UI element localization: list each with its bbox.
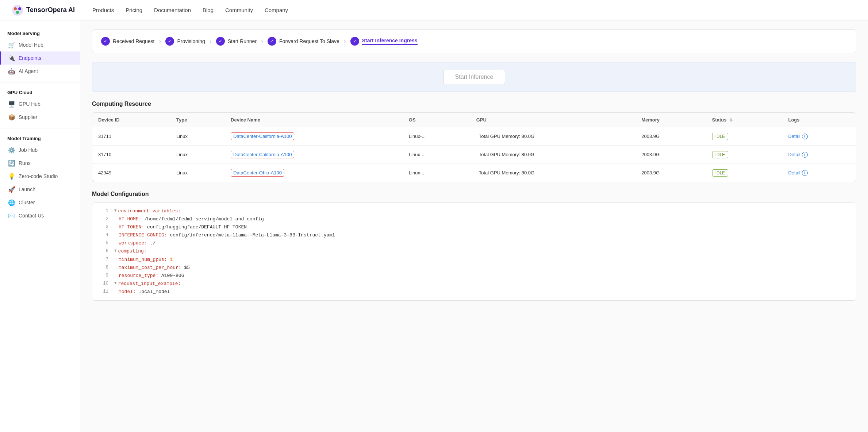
start-inference-button[interactable]: Start Inference <box>443 70 506 84</box>
device-name-link-1[interactable]: DataCenter-California-A100 <box>231 151 294 158</box>
code-line-7: 7 minimum_num_gpus: 1 <box>92 256 856 264</box>
cell-status-2: IDLE <box>706 164 783 182</box>
code-line-3: 3 HF_TOKEN: config/huggingface/DEFAULT_H… <box>92 223 856 231</box>
nav-pricing[interactable]: Pricing <box>126 5 142 15</box>
code-content-6: computing: <box>118 247 147 255</box>
code-key-6: computing: <box>118 248 147 254</box>
computing-resource-title: Computing Resource <box>92 101 856 107</box>
code-line-1: 1 ▼ environment_variables: <box>92 207 856 215</box>
step-provisioning-label: Provisioning <box>177 38 205 44</box>
code-line-8: 8 maximum_cost_per_hour: $5 <box>92 264 856 272</box>
device-link-2[interactable]: DataCenter-Ohio-A100 <box>233 170 282 176</box>
step-forward-request: ✓ Forward Request To Slave <box>268 37 339 46</box>
progress-steps: ✓ Received Request › ✓ Provisioning › ✓ … <box>101 37 847 46</box>
sidebar-item-job-hub[interactable]: ⚙️ Job Hub <box>0 143 80 157</box>
nav-blog[interactable]: Blog <box>203 5 214 15</box>
status-sort-icon[interactable]: ⇅ <box>729 118 733 122</box>
sidebar-item-ai-agent[interactable]: 🤖 AI Agent <box>0 65 80 78</box>
sidebar-item-gpu-hub[interactable]: 🖥️ GPU Hub <box>0 97 80 111</box>
line-num-5: 5 <box>98 239 108 247</box>
code-mixed-key-7: minimum_num_gpus: <box>119 257 167 262</box>
collapse-icon-1[interactable]: ▼ <box>114 207 117 215</box>
sidebar-item-contact[interactable]: ✉️ Contact Us <box>0 209 80 222</box>
cell-gpu-1: , Total GPU Memory: 80.0G <box>471 146 635 164</box>
cell-device-name-0: DataCenter-California-A100 <box>225 127 403 146</box>
cell-device-name-2: DataCenter-Ohio-A100 <box>225 164 403 182</box>
sidebar: Model Serving 🛒 Model Hub 🔌 Endpoints 🤖 … <box>0 20 80 432</box>
step-forward-request-icon: ✓ <box>268 37 276 46</box>
step-arrow-1: › <box>159 38 161 45</box>
code-content-10: request_input_example: <box>118 280 181 288</box>
code-line-10: 10 ▼ request_input_example: <box>92 280 856 288</box>
launch-icon: 🚀 <box>8 186 15 193</box>
detail-link-1[interactable]: Detail i <box>788 152 850 158</box>
code-line-11: 11 model: local_model <box>92 288 856 296</box>
device-link-0[interactable]: DataCenter-California-A100 <box>233 134 292 139</box>
status-badge-1: IDLE <box>712 151 729 158</box>
computing-resource-table: Device ID Type Device Name OS GPU Memory… <box>92 113 856 182</box>
code-mixed-key-11: model: <box>119 289 136 294</box>
sidebar-divider-2 <box>0 128 80 128</box>
step-received-request-label: Received Request <box>113 38 154 44</box>
collapse-icon-6[interactable]: ▼ <box>114 247 117 255</box>
col-gpu: GPU <box>471 113 635 127</box>
device-name-link-2[interactable]: DataCenter-Ohio-A100 <box>231 169 284 177</box>
table-row: 31711 Linux DataCenter-California-A100 L… <box>92 127 856 146</box>
nav-community[interactable]: Community <box>225 5 253 15</box>
sidebar-ai-agent-label: AI Agent <box>19 68 38 74</box>
sidebar-contact-label: Contact Us <box>19 213 44 219</box>
detail-link-0[interactable]: Detail i <box>788 134 850 139</box>
nav-company[interactable]: Company <box>265 5 288 15</box>
code-content-9: resource_type: A100-80G <box>119 272 184 280</box>
sidebar-zero-code-label: Zero-code Studio <box>19 173 58 179</box>
sidebar-endpoints-label: Endpoints <box>19 55 41 61</box>
collapse-icon-10[interactable]: ▼ <box>114 280 117 288</box>
code-container: 1 ▼ environment_variables: 2 HF_HOME: /h… <box>92 202 856 301</box>
nav-products[interactable]: Products <box>92 5 114 15</box>
code-key-10: request_input_example: <box>118 281 181 286</box>
cluster-icon: 🌐 <box>8 199 15 206</box>
main-content: ✓ Received Request › ✓ Provisioning › ✓ … <box>80 20 868 432</box>
table-row: 42949 Linux DataCenter-Ohio-A100 Linux-.… <box>92 164 856 182</box>
sidebar-divider-1 <box>0 82 80 82</box>
step-received-request: ✓ Received Request <box>101 37 154 46</box>
line-num-8: 8 <box>98 264 108 272</box>
collapse-placeholder-8 <box>114 264 119 272</box>
sidebar-item-model-hub[interactable]: 🛒 Model Hub <box>0 38 80 51</box>
ai-agent-icon: 🤖 <box>8 68 15 74</box>
sidebar-item-zero-code[interactable]: 💡 Zero-code Studio <box>0 170 80 183</box>
sidebar-item-launch[interactable]: 🚀 Launch <box>0 183 80 196</box>
step-arrow-2: › <box>210 38 212 45</box>
code-line-9: 9 resource_type: A100-80G <box>92 272 856 280</box>
collapse-placeholder-4 <box>114 231 119 239</box>
cell-gpu-0: , Total GPU Memory: 80.0G <box>471 127 635 146</box>
code-block: 1 ▼ environment_variables: 2 HF_HOME: /h… <box>92 203 856 300</box>
supplier-icon: 📦 <box>8 114 15 120</box>
cell-type-0: Linux <box>170 127 225 146</box>
device-link-1[interactable]: DataCenter-California-A100 <box>233 152 292 157</box>
nav-documentation[interactable]: Documentation <box>154 5 191 15</box>
step-start-runner-icon: ✓ <box>216 37 225 46</box>
detail-link-2[interactable]: Detail i <box>788 170 850 176</box>
sidebar-item-supplier[interactable]: 📦 Supplier <box>0 111 80 124</box>
cell-os-2: Linux-... <box>403 164 471 182</box>
cell-gpu-2: , Total GPU Memory: 80.0G <box>471 164 635 182</box>
sidebar-item-runs[interactable]: 🔄 Runs <box>0 157 80 170</box>
table-row: 31710 Linux DataCenter-California-A100 L… <box>92 146 856 164</box>
status-badge-0: IDLE <box>712 133 729 140</box>
line-num-7: 7 <box>98 256 108 264</box>
code-value-str-9: A100-80G <box>158 273 184 278</box>
code-content-1: environment_variables: <box>118 207 181 215</box>
step-arrow-3: › <box>261 38 263 45</box>
header: TensorOpera AI Products Pricing Document… <box>0 0 868 20</box>
cell-os-0: Linux-... <box>403 127 471 146</box>
device-name-link-0[interactable]: DataCenter-California-A100 <box>231 132 294 140</box>
logo[interactable]: TensorOpera AI <box>12 4 75 16</box>
line-num-1: 1 <box>98 207 108 215</box>
runs-icon: 🔄 <box>8 160 15 166</box>
sidebar-item-cluster[interactable]: 🌐 Cluster <box>0 196 80 209</box>
line-num-9: 9 <box>98 272 108 280</box>
step-forward-request-label: Forward Request To Slave <box>279 38 339 44</box>
sidebar-item-endpoints[interactable]: 🔌 Endpoints <box>0 51 80 65</box>
code-line-5: 5 workspace: ./ <box>92 239 856 247</box>
